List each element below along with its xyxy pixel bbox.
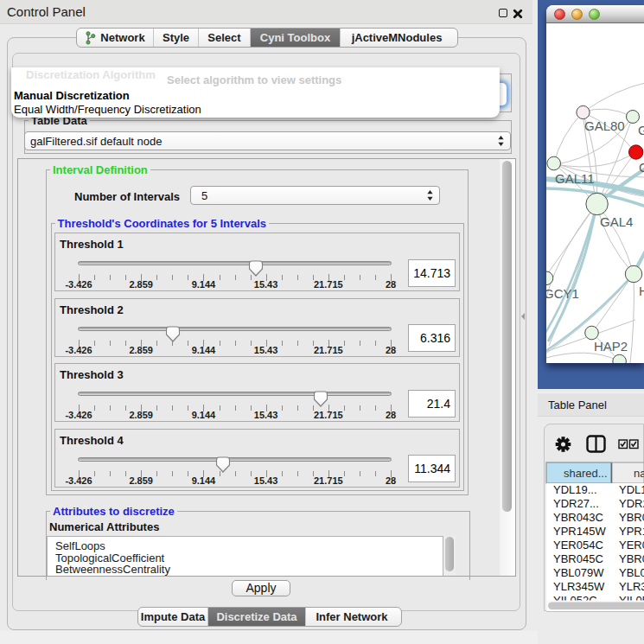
svg-text:YLR345W: YLR345W: [619, 580, 644, 593]
svg-text:YER054C: YER054C: [553, 539, 603, 552]
svg-text:GCY1: GCY1: [546, 286, 579, 301]
svg-text:H: H: [639, 284, 644, 298]
svg-text:GAL80: GAL80: [584, 118, 625, 133]
svg-text:YDL190C: YDL190C: [619, 483, 644, 496]
svg-text:C: C: [639, 160, 644, 175]
svg-text:GA: GA: [638, 123, 644, 137]
svg-text:YPR145W: YPR145W: [619, 525, 644, 538]
svg-text:YDR277C: YDR277C: [619, 497, 644, 510]
svg-text:YPR145W: YPR145W: [553, 525, 606, 538]
svg-text:GAL11: GAL11: [555, 171, 595, 186]
svg-text:YBL079W: YBL079W: [619, 566, 644, 579]
svg-text:YDL19...: YDL19...: [553, 483, 597, 496]
svg-text:YDR27...: YDR27...: [553, 497, 599, 510]
svg-text:YER054C: YER054C: [619, 539, 644, 552]
svg-text:YBR043C: YBR043C: [553, 511, 603, 524]
svg-text:shared...: shared...: [564, 467, 608, 480]
svg-text:YBL079W: YBL079W: [553, 566, 604, 579]
svg-text:GAL4: GAL4: [600, 214, 633, 229]
svg-text:YLR345W: YLR345W: [553, 580, 605, 593]
svg-text:nam: nam: [634, 467, 644, 480]
svg-text:HAP2: HAP2: [594, 339, 628, 354]
svg-text:YBR045C: YBR045C: [553, 552, 603, 565]
svg-text:YBR045C: YBR045C: [619, 552, 644, 565]
svg-text:YBR043C: YBR043C: [619, 511, 644, 524]
